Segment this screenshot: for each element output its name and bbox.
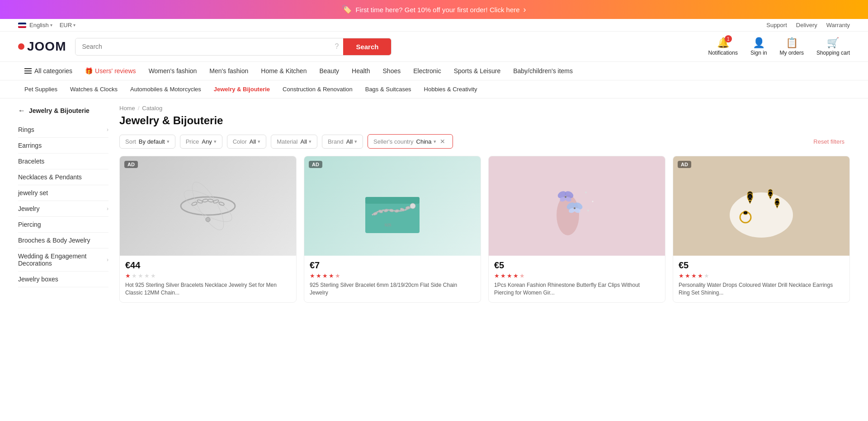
- nav-mens-fashion[interactable]: Men's fashion: [203, 62, 255, 80]
- material-filter[interactable]: Material All ▾: [271, 135, 317, 149]
- sidebar-item-bracelets[interactable]: Bracelets: [18, 154, 108, 169]
- nav-baby[interactable]: Baby/children's items: [507, 62, 579, 80]
- sidebar-item-label: Earrings: [18, 142, 42, 149]
- svg-point-26: [565, 196, 566, 198]
- product-card[interactable]: AD: [119, 156, 297, 303]
- sidebar-back[interactable]: ← Jewelry & Bijouterie: [18, 103, 108, 122]
- help-icon[interactable]: ?: [330, 42, 344, 51]
- myorders-action[interactable]: 📋 My orders: [780, 37, 804, 56]
- product-grid: AD: [119, 156, 850, 303]
- sidebar-item-rings[interactable]: Rings ›: [18, 122, 108, 138]
- nav-home-kitchen[interactable]: Home & Kitchen: [255, 62, 313, 80]
- seller-country-filter[interactable]: Seller's country China ▾ ✕: [368, 134, 453, 149]
- cart-icon: 🛒: [827, 37, 839, 49]
- seller-country-value: China: [416, 138, 432, 145]
- breadcrumb-catalog[interactable]: Catalog: [142, 105, 162, 112]
- nav-bags[interactable]: Bags & Suitcases: [359, 80, 418, 98]
- nav-hobbies[interactable]: Hobbies & Creativity: [418, 80, 484, 98]
- color-label: Color: [233, 138, 247, 145]
- flag-icon: [18, 23, 26, 28]
- brand-filter[interactable]: Brand All ▾: [322, 135, 363, 149]
- logo-dot: [18, 43, 24, 50]
- svg-point-31: [574, 207, 576, 209]
- language-label: English: [29, 22, 49, 28]
- notifications-action[interactable]: 🔔 1 Notifications: [708, 37, 738, 56]
- nav-womens-fashion[interactable]: Women's fashion: [142, 62, 203, 80]
- search-input[interactable]: [75, 38, 330, 55]
- logo[interactable]: JOOM: [18, 39, 66, 54]
- svg-point-46: [778, 203, 778, 204]
- price-filter[interactable]: Price Any ▾: [180, 135, 222, 149]
- notifications-label: Notifications: [708, 50, 738, 56]
- sidebar-back-label: Jewelry & Bijouterie: [29, 107, 90, 114]
- sidebar-item-wedding[interactable]: Wedding & Engagement Decorations ›: [18, 248, 108, 271]
- ad-badge: AD: [124, 161, 138, 168]
- header: JOOM ? Search 🔔 1 Notifications 👤 Sign i…: [0, 32, 868, 62]
- svg-point-5: [197, 199, 203, 204]
- product-name: Hot 925 Sterling Silver Bracelets Neckla…: [125, 281, 291, 297]
- sidebar-item-piercing[interactable]: Piercing: [18, 217, 108, 233]
- star-1: ★: [125, 272, 131, 279]
- seller-country-clear-icon[interactable]: ✕: [438, 138, 447, 145]
- nav-electronic[interactable]: Electronic: [407, 62, 447, 80]
- star-3: ★: [691, 272, 697, 279]
- star-5: ★: [151, 272, 156, 279]
- product-card[interactable]: AD: [304, 156, 481, 303]
- product-price: €5: [494, 260, 660, 271]
- nav-watches-clocks[interactable]: Watches & Clocks: [64, 80, 124, 98]
- product-image: [120, 156, 296, 256]
- product-svg: 925: [356, 170, 429, 242]
- svg-point-49: [745, 212, 746, 214]
- sidebar-item-label: Jewelry boxes: [18, 276, 58, 283]
- star-3: ★: [322, 272, 328, 279]
- product-info: €5 ★ ★ ★ ★ ★ Personality Water Drops Col…: [673, 256, 849, 302]
- delivery-link[interactable]: Delivery: [796, 22, 817, 28]
- promo-banner[interactable]: 🏷️ First time here? Get 10% off your fir…: [0, 0, 868, 19]
- sidebar-item-jewelry-boxes[interactable]: Jewelry boxes: [18, 271, 108, 287]
- nav-pet-supplies[interactable]: Pet Supplies: [18, 80, 64, 98]
- star-2: ★: [685, 272, 690, 279]
- svg-point-37: [749, 196, 751, 198]
- breadcrumb-separator: /: [138, 105, 140, 112]
- svg-point-3: [206, 217, 210, 222]
- sidebar-item-jewelry[interactable]: Jewelry ›: [18, 201, 108, 217]
- star-5: ★: [335, 272, 340, 279]
- all-categories-nav[interactable]: All categories: [18, 62, 79, 80]
- nav-sports[interactable]: Sports & Leisure: [448, 62, 507, 80]
- nav-beauty[interactable]: Beauty: [313, 62, 345, 80]
- sidebar-item-necklaces[interactable]: Necklaces & Pendants: [18, 169, 108, 185]
- nav-construction[interactable]: Construction & Renovation: [276, 80, 359, 98]
- sidebar-chevron-icon: ›: [107, 126, 108, 133]
- nav-automobiles[interactable]: Automobiles & Motorcycles: [124, 80, 208, 98]
- sidebar-chevron-icon: ›: [107, 206, 108, 212]
- language-selector[interactable]: English ▾: [18, 22, 52, 28]
- currency-selector[interactable]: EUR ▾: [60, 22, 75, 28]
- product-card[interactable]: AD: [673, 156, 850, 303]
- svg-point-8: [213, 199, 219, 204]
- sidebar-item-earrings[interactable]: Earrings: [18, 138, 108, 154]
- brand-chevron-icon: ▾: [354, 139, 357, 145]
- product-card[interactable]: €5 ★ ★ ★ ★ ★ 1Pcs Korean Fashion Rhinest…: [488, 156, 665, 303]
- currency-label: EUR: [60, 22, 72, 28]
- sidebar-item-jewelry-set[interactable]: jewelry set: [18, 185, 108, 201]
- sidebar-item-brooches[interactable]: Brooches & Body Jewelry: [18, 233, 108, 248]
- search-bar: ? Search: [75, 38, 392, 56]
- sort-filter[interactable]: Sort By default ▾: [119, 135, 175, 149]
- nav-users-reviews[interactable]: 🎁 Users' reviews: [79, 62, 142, 80]
- nav-health[interactable]: Health: [345, 62, 376, 80]
- signin-action[interactable]: 👤 Sign in: [750, 37, 767, 56]
- product-image: [673, 156, 849, 256]
- product-name: 925 Sterling Silver Bracelet 6mm 18/19/2…: [310, 281, 475, 297]
- reset-filters-button[interactable]: Reset filters: [808, 135, 850, 148]
- ad-badge: AD: [678, 161, 691, 168]
- color-filter[interactable]: Color All ▾: [227, 135, 267, 149]
- cart-action[interactable]: 🛒 Shopping cart: [816, 37, 850, 56]
- support-link[interactable]: Support: [766, 22, 787, 28]
- user-icon: 👤: [753, 37, 765, 49]
- breadcrumb-home[interactable]: Home: [119, 105, 135, 112]
- svg-point-44: [775, 200, 779, 206]
- nav-shoes[interactable]: Shoes: [377, 62, 407, 80]
- nav-jewelry[interactable]: Jewelry & Bijouterie: [208, 80, 276, 98]
- warranty-link[interactable]: Warranty: [826, 22, 850, 28]
- search-button[interactable]: Search: [343, 38, 391, 55]
